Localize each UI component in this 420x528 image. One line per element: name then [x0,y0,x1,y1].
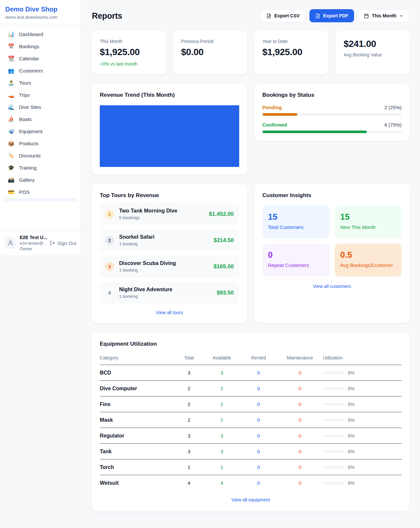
page-header: Reports Export CSV Export PDF This Month [92,9,410,22]
period-selector[interactable]: This Month [358,9,410,22]
cell-rented: 0 [240,412,277,428]
sidebar-item-customers[interactable]: 👥 Customers [4,65,77,77]
utilization-pct: 0% [348,449,354,454]
cell-utilization: 0% [323,428,402,444]
cell-total: 2 [175,396,203,412]
status-row-confirmed: Confirmed 6 (75%) [262,122,402,133]
cell-category: Torch [100,459,175,475]
cell-total: 2 [175,381,203,396]
tour-bookings: 1 booking [119,241,155,246]
logout-icon [50,240,55,246]
calendar-icon: 📆 [8,56,14,61]
sidebar-item-reports-partial[interactable] [4,198,77,201]
stat-change: +0% vs last month [100,61,158,67]
sidebar-item-label: Dive Sites [19,104,41,110]
cell-maintenance: 0 [277,396,323,412]
cell-utilization: 0% [323,396,402,412]
table-row: Fins 2 2 0 0 0% [100,396,402,412]
cell-utilization: 0% [323,412,402,428]
sailboat-icon: ⛵ [8,117,14,122]
stat-label: Avg Booking Value [344,52,402,57]
tile-value: 0.5 [340,250,396,260]
camera-icon: 📸 [8,177,14,183]
equipment-table: Category Total Available Rented Maintena… [100,352,402,491]
credit-card-icon: 💳 [8,190,14,195]
cell-total: 2 [175,412,203,428]
shop-name-link[interactable]: Demo Dive Shop [5,6,76,13]
cell-category: Fins [100,396,175,412]
utilization-pct: 0% [348,417,354,423]
cell-total: 3 [175,428,203,444]
sidebar-item-label: Customers [19,68,43,73]
utilization-bar [323,482,344,484]
equipment-utilization-card: Equipment Utilization Category Total Ava… [92,333,410,512]
sidebar-item-pos[interactable]: 💳 POS [4,186,77,198]
file-download-icon [315,13,320,18]
utilization-pct: 0% [348,433,354,438]
sidebar-item-trips[interactable]: 🚤 Trips [4,89,77,101]
export-pdf-button[interactable]: Export PDF [309,9,354,22]
insight-tile-repeat-customers: 0 Repeat Customers [262,244,329,276]
tour-list-item: 3 Discover Scuba Diving 1 booking $165.0… [100,255,239,277]
cell-utilization: 0% [323,459,402,475]
cell-rented: 0 [240,444,277,459]
view-all-tours-link[interactable]: View all tours [100,310,239,315]
insight-tile-avg-bookings: 0.5 Avg Bookings/Customer [335,244,402,276]
stat-card-this-month: This Month $1,925.00 +0% vs last month [92,31,166,74]
sidebar-item-dive-sites[interactable]: 🌊 Dive Sites [4,101,77,113]
sidebar-item-gallery[interactable]: 📸 Gallery [4,174,77,186]
rank-badge: 4 [105,288,114,297]
column-header-available: Available [203,352,240,365]
sidebar-item-products[interactable]: 📦 Products [4,137,77,150]
sidebar-item-calendar[interactable]: 📆 Calendar [4,52,77,65]
export-csv-label: Export CSV [274,13,300,18]
tour-revenue: $93.50 [217,290,234,296]
stat-card-previous-period: Previous Period $0.00 [173,31,247,74]
cell-utilization: 0% [323,381,402,396]
status-bar-track [262,113,402,116]
user-role: Owner [20,246,47,251]
sidebar-item-equipment[interactable]: 🤿 Equipment [4,125,77,137]
cell-rented: 0 [240,381,277,396]
cell-rented: 0 [240,459,277,475]
export-csv-button[interactable]: Export CSV [261,9,305,22]
view-all-equipment-link[interactable]: View all equipment [100,497,402,502]
sign-out-label: Sign Out [57,240,76,246]
sidebar-item-label: Dashboard [19,31,43,37]
stat-card-avg-booking-value: $241.00 Avg Booking Value [336,31,410,74]
sidebar-item-discounts[interactable]: 🏷️ Discounts [4,150,77,162]
sidebar-item-dashboard[interactable]: 📊 Dashboard [4,28,77,40]
sign-out-button[interactable]: Sign Out [50,240,76,246]
package-icon: 📦 [8,141,14,146]
cell-utilization: 0% [323,365,402,381]
utilization-bar [323,435,344,437]
stat-cards: This Month $1,925.00 +0% vs last month P… [92,31,410,74]
sidebar-item-label: Gallery [19,177,35,183]
cell-category: Wetsuit [100,475,175,491]
status-bar-fill [262,113,297,116]
cell-rented: 0 [240,475,277,491]
view-all-customers-link[interactable]: View all customers [262,284,402,289]
main-content: Reports Export CSV Export PDF This Month… [81,0,420,521]
utilization-bar [323,387,344,390]
people-icon: 👥 [8,68,14,73]
sidebar-item-tours[interactable]: 🏝️ Tours [4,77,77,89]
utilization-pct: 0% [348,465,354,470]
utilization-pct: 0% [348,386,354,391]
cell-maintenance: 0 [277,412,323,428]
sidebar-item-bookings[interactable]: 📅 Bookings [4,40,77,52]
cell-available: 3 [203,444,240,459]
sidebar-item-boats[interactable]: ⛵ Boats [4,113,77,125]
column-header-utilization: Utilization [323,352,402,365]
tile-value: 15 [340,212,396,222]
revenue-trend-card: Revenue Trend (This Month) [92,84,247,175]
sidebar-item-training[interactable]: 🎓 Training [4,162,77,174]
user-info: E2E Test U... e2e-tester@... Owner [20,235,47,251]
user-footer: E2E Test U... e2e-tester@... Owner Sign … [0,231,81,255]
calendar-icon [364,13,369,18]
page-title: Reports [92,11,122,21]
rank-badge: 2 [105,236,114,245]
cell-available: 4 [203,475,240,491]
cell-total: 3 [175,365,203,381]
tour-name: Night Dive Adventure [119,287,172,293]
